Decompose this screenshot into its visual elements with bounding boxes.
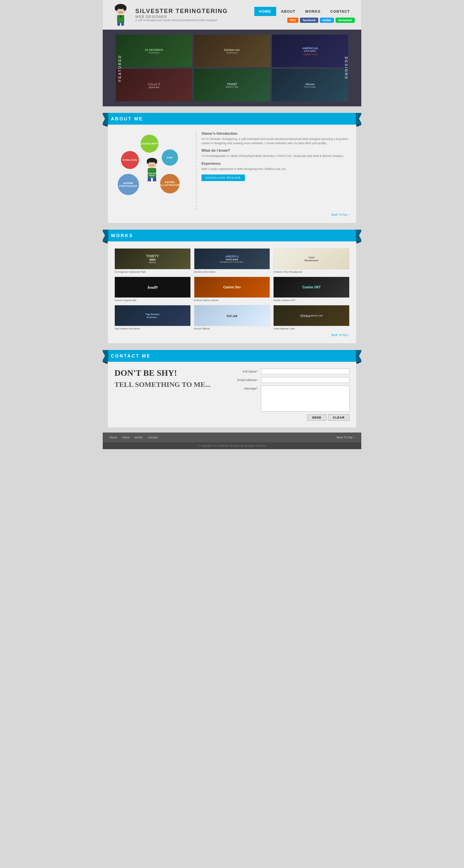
contact-form: Full Name*: Email Address*: Message*: SE… xyxy=(235,369,350,421)
form-buttons: SEND CLEAR xyxy=(235,414,350,421)
featured-grid: 33 DEGREES Gastropub Kitchen Inc Restaur… xyxy=(116,35,348,101)
svg-rect-26 xyxy=(153,177,156,182)
works-grid: THIRTY DEG Harbor 33 Degrees Harborde Pa… xyxy=(114,248,350,330)
contact-headline2: TELL SOMETHING TO ME... xyxy=(114,381,229,389)
svg-point-7 xyxy=(122,9,123,10)
clear-button[interactable]: CLEAR xyxy=(328,414,350,421)
works-banner-wrapper: WORKS xyxy=(108,230,356,241)
svg-rect-28 xyxy=(153,181,156,183)
works-section-title: WORKS xyxy=(111,233,353,238)
work-item-7[interactable]: Top DrawerInsuran... Top Drawer Insuranc… xyxy=(114,305,191,330)
contact-banner-wrapper: CONTACT ME xyxy=(108,350,356,362)
work-thumb-inner-8: SoCal♦ xyxy=(194,305,270,326)
site-name: SILVESTER TERINGTERING xyxy=(135,8,228,15)
footer-nav: Home About Works Contact Back To Top ↑ xyxy=(103,433,361,442)
email-row: Email Address*: xyxy=(235,377,350,383)
work-thumb-inner-9: TOAst bakery cafe xyxy=(273,305,349,326)
work-item-6[interactable]: Casino 24/7 Online Casino 24/7 xyxy=(273,277,350,302)
svg-rect-11 xyxy=(121,23,124,26)
nav-contact[interactable]: CONTACT xyxy=(325,7,355,16)
footer-back-to-top[interactable]: Back To Top ↑ xyxy=(336,436,355,439)
work-item-4[interactable]: loud9 Cloud 9 Sports Bar xyxy=(114,277,191,302)
deviantart-button[interactable]: deviantart xyxy=(335,18,355,23)
contact-section-title: CONTACT ME xyxy=(111,353,353,359)
footer-link-home[interactable]: Home xyxy=(109,436,117,439)
about-text: Owner's Introduction Hi I'm Silvester Te… xyxy=(196,131,350,210)
email-input[interactable] xyxy=(261,377,350,383)
svg-point-2 xyxy=(115,5,118,11)
footer-nav-links: Home About Works Contact xyxy=(109,436,158,439)
facebook-button[interactable]: facebook xyxy=(300,18,318,23)
featured-label-right: DESIGNS xyxy=(345,56,349,80)
works-back-to-top[interactable]: Back To Top ↑ xyxy=(114,333,350,337)
skill-photoshop: ADOBE PHOTOSHOP xyxy=(118,174,139,195)
footer-link-about[interactable]: About xyxy=(122,436,130,439)
work-label-5: Online Casino Seven xyxy=(194,299,270,302)
work-item-1[interactable]: THIRTY DEG Harbor 33 Degrees Harborde Pa… xyxy=(114,248,191,273)
about-banner-bar: ABOUT ME xyxy=(108,113,356,125)
work-thumb-3: ChefRestaurant xyxy=(273,248,350,270)
featured-thumb-2[interactable]: Kitchen Inc Restaurant xyxy=(194,35,270,67)
svg-point-20 xyxy=(153,163,154,164)
main-nav: HOME ABOUT WORKS CONTACT xyxy=(254,7,355,16)
about-back-to-top[interactable]: Back To Top ↑ xyxy=(114,213,350,216)
about-section-title: ABOUT ME xyxy=(111,116,353,121)
featured-thumb-1[interactable]: 33 DEGREES Gastropub xyxy=(116,35,192,67)
rss-button[interactable]: RSS xyxy=(287,18,299,23)
featured-thumb-inner-5: TOAST Bakery Cafe xyxy=(194,69,270,101)
work-thumb-1: THIRTY DEG Harbor xyxy=(114,248,191,270)
featured-thumb-4[interactable]: Cloud 9 Sports Bar xyxy=(116,69,192,101)
work-item-5[interactable]: Casino Sev Online Casino Seven xyxy=(194,277,270,302)
works-section: THIRTY DEG Harbor 33 Degrees Harborde Pa… xyxy=(108,241,356,343)
svg-rect-25 xyxy=(148,177,151,182)
header-right: HOME ABOUT WORKS CONTACT RSS facebook tw… xyxy=(254,7,355,23)
contact-inner: DON'T BE SHY! TELL SOMETHING TO ME... Fu… xyxy=(114,369,350,421)
svg-text:PEACE: PEACE xyxy=(149,175,155,177)
nav-about[interactable]: ABOUT xyxy=(276,7,300,16)
header-left: SILVESTER TERINGTERING WEB DESIGNER A se… xyxy=(109,3,228,26)
intro-text: Hi I'm Silvester Teringtering, a self-mo… xyxy=(201,137,350,145)
featured-thumb-inner-2: Kitchen Inc Restaurant xyxy=(194,35,270,67)
skill-html: HTML/CSS xyxy=(121,151,139,169)
work-item-9[interactable]: TOAst bakery cafe Toast Bakery Cafe xyxy=(273,305,350,330)
svg-point-16 xyxy=(155,159,157,164)
message-textarea[interactable] xyxy=(261,385,350,412)
work-label-3: Chicken Rice Restaurant xyxy=(273,271,350,273)
work-label-4: Cloud 9 Sports Bar xyxy=(114,299,191,302)
social-links: RSS facebook twitter deviantart xyxy=(287,18,355,23)
work-thumb-4: loud9 xyxy=(114,277,191,298)
featured-thumb-6[interactable]: House Real Estate xyxy=(272,69,348,101)
skill-php: PHP xyxy=(162,149,178,166)
logo-avatar xyxy=(109,3,132,26)
featured-thumb-5[interactable]: TOAST Bakery Cafe xyxy=(194,69,270,101)
footer-link-works[interactable]: Works xyxy=(135,436,143,439)
work-thumb-2: AMERICA DIVE BAR Indulgence At A Cost Ef… xyxy=(194,248,270,270)
work-item-3[interactable]: ChefRestaurant Chicken Rice Restaurant xyxy=(273,248,350,273)
work-thumb-8: SoCal♦ xyxy=(194,305,270,326)
exp-title: Experience xyxy=(201,161,350,165)
svg-rect-8 xyxy=(119,12,123,13)
nav-home[interactable]: HOME xyxy=(254,7,276,16)
works-banner-bar: WORKS xyxy=(108,230,356,241)
email-label: Email Address*: xyxy=(235,378,258,382)
download-resume-button[interactable]: DOWNLOAD RESUME xyxy=(201,175,245,181)
twitter-button[interactable]: twitter xyxy=(320,18,334,23)
header: SILVESTER TERINGTERING WEB DESIGNER A se… xyxy=(103,0,361,30)
work-thumb-5: Casino Sev xyxy=(194,277,270,298)
work-thumb-7: Top DrawerInsuran... xyxy=(114,305,191,326)
work-item-8[interactable]: SoCal♦ SoCal Official xyxy=(194,305,270,330)
featured-thumb-3[interactable]: AMERICAN DIVE BARS COMING SOON! xyxy=(272,35,348,67)
footer-link-contact[interactable]: Contact xyxy=(148,436,158,439)
about-inner: JAVASCRIPT HTML/CSS PHP ADOBE PHOTOSHOP … xyxy=(114,131,350,210)
work-item-2[interactable]: AMERICA DIVE BAR Indulgence At A Cost Ef… xyxy=(194,248,270,273)
full-name-row: Full Name*: xyxy=(235,369,350,374)
nav-works[interactable]: WORKS xyxy=(300,7,325,16)
svg-point-15 xyxy=(147,159,150,164)
message-label: Message*: xyxy=(235,387,258,390)
work-thumb-inner-5: Casino Sev xyxy=(194,277,270,298)
work-label-1: 33 Degrees Harborde Park xyxy=(114,271,191,273)
contact-section: DON'T BE SHY! TELL SOMETHING TO ME... Fu… xyxy=(108,362,356,428)
full-name-input[interactable] xyxy=(261,369,350,374)
send-button[interactable]: SEND xyxy=(307,414,326,421)
work-thumb-inner-3: ChefRestaurant xyxy=(273,249,349,269)
